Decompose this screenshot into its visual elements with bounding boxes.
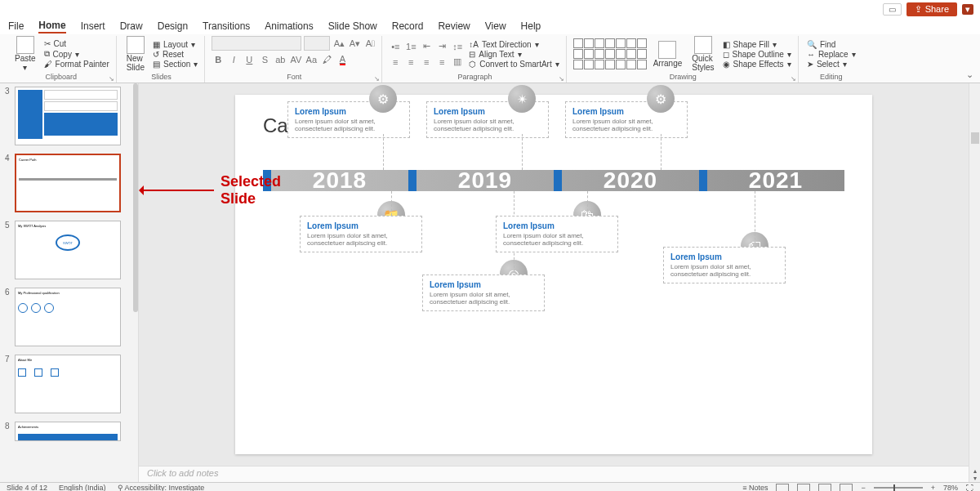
normal-view-button[interactable] (776, 484, 789, 491)
timeline-card[interactable]: Lorem IpsumLorem ipsum dolor sit amet, c… (663, 247, 786, 283)
replace-button[interactable]: ↔Replace▾ (805, 50, 858, 59)
numbering-button[interactable]: 1≡ (404, 40, 417, 53)
reset-button[interactable]: ↺Reset (151, 50, 199, 59)
notes-toggle[interactable]: ≡ Notes (742, 484, 768, 491)
tab-animations[interactable]: Animations (265, 20, 313, 32)
align-text-button[interactable]: ⊟Align Text▾ (467, 50, 560, 59)
slide-thumbnail-3[interactable] (15, 87, 121, 145)
thumbnail-scrollbar[interactable] (133, 83, 138, 312)
timeline-card[interactable]: Lorem IpsumLorem ipsum dolor sit amet, c… (496, 216, 618, 252)
dialog-launcher[interactable]: ↘ (791, 75, 796, 83)
zoom-level[interactable]: 78% (943, 484, 958, 491)
vertical-scrollbar[interactable]: ▴ ▾ (969, 83, 980, 482)
language-indicator[interactable]: English (India) (59, 484, 106, 491)
reading-view-button[interactable] (818, 484, 831, 491)
fit-to-window-button[interactable]: ⛶ (966, 484, 973, 491)
layout-button[interactable]: ▦Layout▾ (151, 40, 199, 49)
slideshow-view-button[interactable] (840, 484, 853, 491)
timeline-card[interactable]: Lorem IpsumLorem ipsum dolor sit amet, c… (422, 275, 545, 311)
share-dropdown[interactable]: ▾ (962, 4, 973, 15)
section-button[interactable]: ▤Section▾ (151, 60, 199, 69)
decrease-font-button[interactable]: A▾ (348, 37, 361, 50)
smartart-button[interactable]: ⬡Convert to SmartArt▾ (467, 60, 560, 69)
align-right-button[interactable]: ≡ (420, 56, 433, 69)
zoom-in-button[interactable]: + (931, 484, 935, 491)
text-direction-button[interactable]: ↕AText Direction▾ (467, 40, 560, 49)
quick-styles-button[interactable]: Quick Styles (688, 36, 717, 72)
italic-button[interactable]: I (227, 53, 240, 66)
decrease-indent-button[interactable]: ⇤ (420, 40, 433, 53)
zoom-out-button[interactable]: − (861, 484, 865, 491)
notes-pane[interactable]: Click to add notes (139, 466, 969, 482)
slide-thumbnail-4[interactable]: Career Path (15, 154, 121, 212)
dialog-launcher[interactable]: ↘ (374, 75, 380, 83)
select-button[interactable]: ➤Select▾ (805, 60, 858, 69)
share-button[interactable]: ⇪ Share (906, 2, 957, 16)
slide-thumbnail-5[interactable]: My SWOT AnalysisSWOT (15, 221, 121, 279)
shape-effects-button[interactable]: ◉Shape Effects▾ (721, 60, 793, 69)
chevron-down-icon: ▾ (191, 40, 195, 49)
tab-help[interactable]: Help (521, 20, 541, 32)
zoom-slider[interactable] (874, 487, 923, 489)
tab-view[interactable]: View (485, 20, 506, 32)
char-spacing-button[interactable]: AV (289, 53, 302, 66)
font-family-select[interactable] (212, 36, 301, 51)
next-slide-button[interactable]: ▾ (973, 475, 977, 482)
increase-font-button[interactable]: A▴ (332, 37, 345, 50)
scroll-thumb[interactable] (971, 132, 979, 144)
new-slide-button[interactable]: New Slide (123, 36, 148, 72)
arrange-button[interactable]: Arrange (650, 41, 686, 68)
font-color-button[interactable]: A (336, 53, 349, 66)
line-spacing-button[interactable]: ↕≡ (451, 40, 464, 53)
align-center-button[interactable]: ≡ (404, 56, 417, 69)
tab-draw[interactable]: Draw (120, 20, 143, 32)
timeline-card[interactable]: Lorem IpsumLorem ipsum dolor sit amet, c… (300, 216, 422, 252)
change-case-button[interactable]: Aa (305, 53, 318, 66)
tab-home[interactable]: Home (38, 20, 65, 33)
justify-button[interactable]: ≡ (435, 56, 448, 69)
slide-thumbnail-8[interactable]: Achievements (15, 422, 121, 441)
slide-thumbnail-6[interactable]: My Professional qualification (15, 288, 121, 346)
ribbon-group-paragraph: •≡ 1≡ ⇤ ⇥ ↕≡ ≡ ≡ ≡ ≡ ▥ ↕AText Direction▾… (384, 36, 566, 83)
underline-button[interactable]: U (243, 53, 256, 66)
tab-transitions[interactable]: Transitions (203, 20, 250, 32)
title-bar: ▭ ⇪ Share ▾ (0, 0, 980, 18)
bold-button[interactable]: B (212, 53, 225, 66)
tab-review[interactable]: Review (438, 20, 470, 32)
shape-fill-button[interactable]: ◧Shape Fill▾ (721, 40, 793, 49)
thumbnail-panel[interactable]: 3 4 Career Path 5 My SWOT AnalysisSWOT 6… (0, 83, 139, 482)
slide-counter[interactable]: Slide 4 of 12 (7, 484, 47, 491)
find-button[interactable]: 🔍Find (805, 40, 858, 49)
dialog-launcher[interactable]: ↘ (109, 75, 114, 83)
copy-button[interactable]: ⧉Copy▾ (42, 49, 111, 59)
slide[interactable]: Career Path Lorem IpsumLorem ipsum dolor… (235, 95, 872, 454)
slide-viewport[interactable]: Career Path Lorem IpsumLorem ipsum dolor… (139, 83, 969, 466)
clear-formatting-button[interactable]: A⃠ (363, 37, 376, 50)
tab-design[interactable]: Design (158, 20, 188, 32)
group-label: Font (212, 72, 376, 82)
shapes-gallery[interactable] (573, 38, 647, 69)
prev-slide-button[interactable]: ▴ (973, 467, 977, 475)
cut-button[interactable]: ✂Cut (42, 39, 111, 48)
highlight-button[interactable]: 🖍 (320, 53, 333, 66)
collapse-ribbon-button[interactable]: ⌄ (966, 69, 973, 80)
tab-slideshow[interactable]: Slide Show (328, 20, 377, 32)
bullets-button[interactable]: •≡ (389, 40, 402, 53)
paste-button[interactable]: Paste ▾ (11, 36, 39, 72)
tab-insert[interactable]: Insert (81, 20, 105, 32)
font-size-select[interactable] (304, 36, 330, 51)
dialog-launcher[interactable]: ↘ (559, 75, 564, 83)
shape-outline-button[interactable]: ◻Shape Outline▾ (721, 50, 793, 59)
strikethrough-button[interactable]: S (258, 53, 271, 66)
columns-button[interactable]: ▥ (451, 56, 464, 69)
format-painter-button[interactable]: 🖌Format Painter (42, 60, 111, 69)
accessibility-button[interactable]: ⚲ Accessibility: Investigate (118, 484, 205, 491)
comments-button[interactable]: ▭ (883, 3, 902, 16)
align-left-button[interactable]: ≡ (389, 56, 402, 69)
shadow-button[interactable]: ab (274, 53, 287, 66)
tab-file[interactable]: File (8, 20, 24, 32)
sorter-view-button[interactable] (797, 484, 810, 491)
tab-record[interactable]: Record (392, 20, 424, 32)
increase-indent-button[interactable]: ⇥ (435, 40, 448, 53)
slide-thumbnail-7[interactable]: About Me (15, 355, 121, 413)
